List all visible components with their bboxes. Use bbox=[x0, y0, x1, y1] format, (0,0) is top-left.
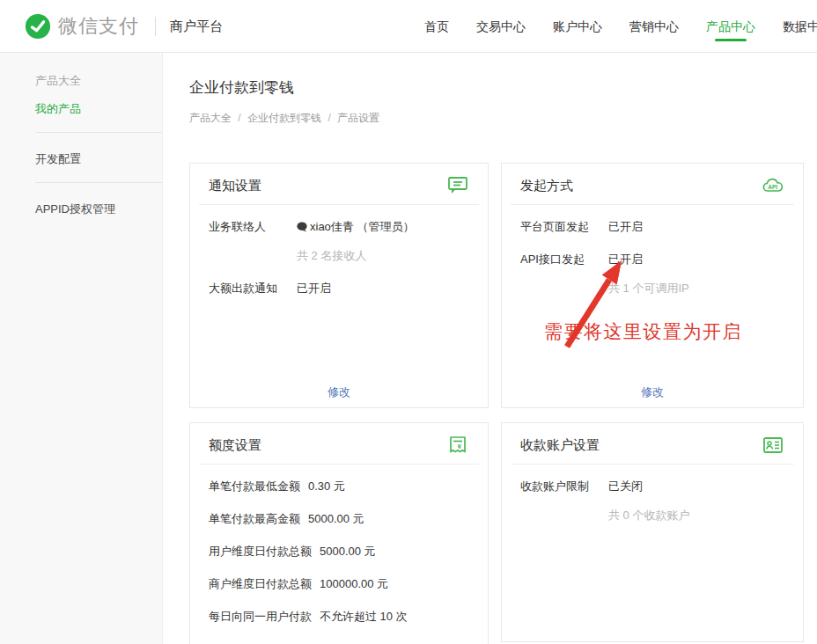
breadcrumb-product-catalog[interactable]: 产品大全 bbox=[189, 112, 232, 124]
nav-item-marketing-center[interactable]: 营销中心 bbox=[629, 0, 679, 53]
row-merchant-daily-total: 商户维度日付款总额 100000.00 元 bbox=[209, 575, 470, 593]
wechat-pay-logo-icon[interactable] bbox=[25, 13, 51, 40]
nav-item-product-center[interactable]: 产品中心 bbox=[706, 0, 755, 53]
nav-item-data-center[interactable]: 数据中心 bbox=[783, 0, 817, 53]
card-initiation-method: 发起方式 API 平台页面发起 已开启 API接口发起 已开启 共 1 个可调用… bbox=[501, 163, 804, 408]
nav-item-account-center[interactable]: 账户中心 bbox=[553, 0, 602, 53]
row-user-daily-total: 用户维度日付款总额 5000.00 元 bbox=[209, 543, 470, 560]
sidebar-item-appid-auth[interactable]: APPID授权管理 bbox=[0, 195, 162, 223]
modify-initiation-link[interactable]: 修改 bbox=[641, 385, 664, 399]
sidebar: 产品大全 我的产品 开发配置 APPID授权管理 bbox=[0, 53, 163, 644]
svg-text:API: API bbox=[768, 184, 777, 190]
nav-item-home[interactable]: 首页 bbox=[424, 0, 449, 53]
active-tab-underline bbox=[715, 39, 747, 41]
row-min-payment: 单笔付款最低金额 0.30 元 bbox=[209, 478, 470, 495]
sidebar-item-my-products[interactable]: 我的产品 bbox=[0, 95, 162, 123]
nav-item-trade-center[interactable]: 交易中心 bbox=[476, 0, 526, 53]
row-large-payout-notice: 大额出款通知 已开启 bbox=[209, 280, 470, 297]
comment-icon bbox=[445, 175, 470, 196]
id-card-icon bbox=[761, 435, 785, 456]
breadcrumb: 产品大全 / 企业付款到零钱 / 产品设置 bbox=[189, 111, 817, 126]
brand-divider bbox=[155, 17, 156, 36]
card-title: 通知设置 bbox=[209, 178, 261, 194]
row-receiver-count: 共 2 名接收人 bbox=[209, 247, 470, 265]
row-callable-ip-count: 共 1 个可调用IP bbox=[520, 280, 785, 297]
card-receiver-account-settings: 收款账户设置 收款账户限制 已关闭 共 0 个收款账户 bbox=[501, 422, 804, 642]
sidebar-item-dev-config[interactable]: 开发配置 bbox=[0, 145, 162, 173]
svg-text:¥: ¥ bbox=[458, 443, 462, 450]
top-nav: 首页 交易中心 账户中心 营销中心 产品中心 数据中心 bbox=[424, 0, 817, 53]
row-same-user-daily-limit: 每日向同一用户付款 不允许超过 10 次 bbox=[209, 608, 470, 626]
row-receiver-account-count: 共 0 个收款账户 bbox=[520, 507, 785, 524]
contact-bubble-icon bbox=[297, 222, 308, 232]
card-quota-settings: 额度设置 ¥ 单笔付款最低金额 0.30 元 单笔付款最高金额 5000.00 … bbox=[189, 422, 489, 644]
row-max-payment: 单笔付款最高金额 5000.00 元 bbox=[209, 510, 470, 528]
breadcrumb-transfer-to-balance[interactable]: 企业付款到零钱 bbox=[247, 112, 321, 124]
row-business-contact: 业务联络人 xiao佳青 （管理员） bbox=[209, 218, 470, 236]
top-header: 微信支付 商户平台 首页 交易中心 账户中心 营销中心 产品中心 数据中心 bbox=[0, 0, 817, 53]
brand-name[interactable]: 微信支付 bbox=[58, 13, 139, 40]
main-content: 企业付款到零钱 产品大全 / 企业付款到零钱 / 产品设置 通知设置 业务联络人 bbox=[163, 53, 817, 644]
sidebar-item-product-catalog[interactable]: 产品大全 bbox=[0, 67, 162, 95]
receipt-icon: ¥ bbox=[445, 435, 470, 456]
breadcrumb-product-settings: 产品设置 bbox=[337, 112, 379, 124]
page-title: 企业付款到零钱 bbox=[189, 77, 817, 99]
card-title: 发起方式 bbox=[520, 178, 573, 194]
portal-name: 商户平台 bbox=[170, 18, 223, 35]
card-title: 收款账户设置 bbox=[520, 437, 600, 454]
card-notification-settings: 通知设置 业务联络人 xiao佳青 （管理员） bbox=[189, 163, 489, 408]
row-platform-initiation: 平台页面发起 已开启 bbox=[520, 218, 785, 236]
breadcrumb-separator: / bbox=[238, 112, 240, 124]
sidebar-divider bbox=[35, 182, 162, 183]
breadcrumb-separator: / bbox=[328, 112, 330, 124]
card-title: 额度设置 bbox=[209, 437, 261, 454]
row-api-initiation: API接口发起 已开启 bbox=[520, 251, 785, 268]
modify-notification-link[interactable]: 修改 bbox=[328, 385, 350, 399]
sidebar-divider bbox=[35, 132, 162, 133]
api-cloud-icon: API bbox=[761, 175, 785, 196]
row-receiver-limit: 收款账户限制 已关闭 bbox=[520, 478, 785, 495]
